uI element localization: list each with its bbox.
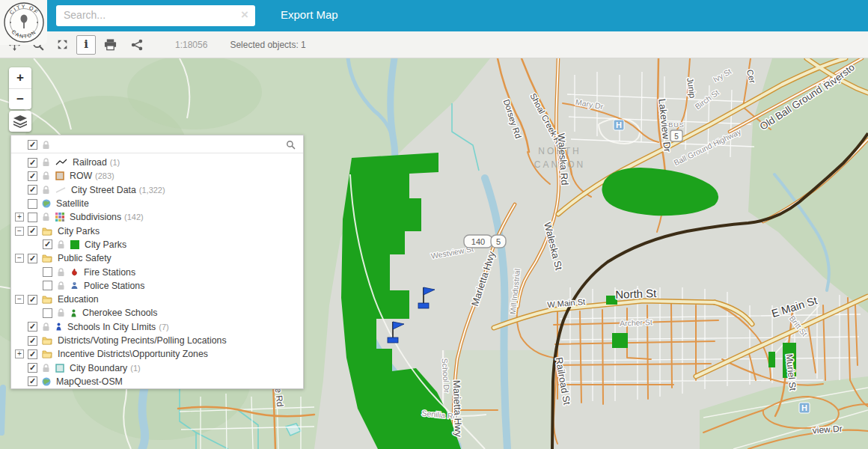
layer-label[interactable]: City Boundary	[70, 363, 127, 373]
layer-checkbox[interactable]: ✓	[28, 171, 37, 181]
lock-icon	[42, 323, 51, 332]
layer-label[interactable]: City Parks	[85, 239, 126, 250]
route-shield-bus: BUS 5	[668, 121, 685, 141]
hospital-marker: H	[614, 120, 624, 130]
print-icon	[104, 39, 117, 51]
layer-label[interactable]: MapQuest-OSM	[56, 376, 123, 387]
layers-icon	[13, 114, 28, 128]
layer-label[interactable]: City Street Data	[71, 185, 136, 195]
layer-checkbox[interactable]: ✓	[28, 254, 37, 263]
park-swatch-icon	[70, 240, 79, 249]
layer-checkbox[interactable]: ✓	[43, 239, 52, 249]
school-icon	[70, 309, 77, 317]
zoom-in-button[interactable]: +	[9, 67, 31, 88]
lock-icon	[57, 281, 66, 290]
layer-row-subdivisions[interactable]: + Subdivisions (142)	[11, 210, 303, 224]
globe-icon	[42, 377, 51, 386]
layer-checkbox[interactable]	[43, 267, 52, 277]
map-label-north-canton: CANTON	[534, 159, 585, 170]
selected-objects-status: Selected objects: 1	[230, 40, 305, 50]
layer-checkbox[interactable]	[43, 281, 52, 290]
layer-search-icon[interactable]	[286, 140, 296, 150]
layer-checkbox[interactable]	[28, 213, 37, 222]
layer-label[interactable]: Railroad	[73, 157, 107, 168]
map-scale: 1:18056	[175, 40, 207, 50]
layer-label[interactable]: Subdivisions	[70, 212, 121, 222]
layer-row-city-street-data[interactable]: ✓ City Street Data (1,322)	[11, 183, 303, 197]
layer-checkbox[interactable]	[28, 199, 37, 209]
layer-row-city-boundary[interactable]: ✓ City Boundary (1)	[11, 361, 303, 374]
share-button[interactable]	[127, 35, 147, 55]
clear-search-icon[interactable]: ×	[241, 7, 248, 22]
layer-label[interactable]: Fire Stations	[84, 267, 135, 278]
layer-label[interactable]: Satellite	[56, 198, 89, 209]
layer-label[interactable]: Police Stations	[84, 281, 144, 291]
hospital-marker: H	[799, 403, 810, 413]
layer-label[interactable]: Education	[58, 294, 99, 305]
lock-icon	[57, 240, 66, 249]
layer-label[interactable]: Incentive Districts\Opportunity Zones	[58, 349, 208, 359]
layer-checkbox[interactable]: ✓	[28, 349, 37, 359]
layer-row-police-stations[interactable]: Police Stations	[11, 279, 303, 293]
row-swatch-icon	[55, 171, 64, 180]
layer-row-schools-in-city-limits[interactable]: ✓ Schools In City LImits (7)	[11, 320, 303, 334]
expander-spacer	[15, 141, 24, 150]
layer-count: (1)	[130, 364, 140, 373]
info-icon: i	[84, 39, 88, 50]
layer-row-row[interactable]: ✓ ROW (283)	[11, 169, 303, 183]
layer-row-fire-stations[interactable]: Fire Stations	[11, 265, 303, 278]
full-extent-button[interactable]	[52, 35, 72, 55]
map-label-archer-st: Archer St	[620, 317, 652, 328]
expander[interactable]: +	[15, 213, 24, 222]
layer-checkbox[interactable]: ✓	[28, 185, 37, 195]
layer-label[interactable]: Public Safety	[58, 253, 111, 263]
folder-icon	[42, 336, 52, 345]
print-button[interactable]	[100, 35, 120, 55]
layer-count: (1,322)	[139, 186, 165, 195]
map-label-north-st: North St	[615, 287, 657, 301]
layer-row-education-folder[interactable]: − ✓ Education	[11, 293, 303, 306]
expander[interactable]: +	[15, 349, 24, 358]
search-input[interactable]	[56, 5, 228, 25]
identify-tool-button[interactable]: i	[76, 35, 96, 55]
layer-checkbox[interactable]: ✓	[28, 376, 37, 386]
export-map-button[interactable]: Export Map	[281, 8, 338, 21]
railroad-line-icon	[55, 159, 67, 166]
layer-row-cherokee-schools[interactable]: Cherokee Schools	[11, 306, 303, 320]
layer-row-districts-voting[interactable]: ✓ Districts/Voting Precints/Polling Loca…	[11, 334, 303, 347]
expander[interactable]: −	[15, 227, 24, 236]
layer-label[interactable]: Districts/Voting Precints/Polling Locati…	[58, 335, 227, 346]
map-label-north-canton: NORTH	[538, 146, 581, 156]
layer-row-incentive-districts[interactable]: + ✓ Incentive Districts\Opportunity Zone…	[11, 347, 303, 361]
layer-label[interactable]: Schools In City LImits	[67, 322, 156, 332]
layer-checkbox[interactable]	[43, 308, 52, 318]
lock-icon	[42, 186, 51, 195]
layers-button[interactable]	[9, 111, 31, 132]
layer-row-railroad[interactable]: ✓ Railroad (1)	[11, 156, 303, 169]
select-all-checkbox[interactable]: ✓	[28, 140, 37, 150]
layer-label[interactable]: City Parks	[58, 226, 100, 236]
city-seal-logo: CITY OF CANTON	[0, 0, 47, 45]
layer-row-satellite[interactable]: Satellite	[11, 197, 303, 210]
layer-row-city-parks-folder[interactable]: − ✓ City Parks	[11, 224, 303, 237]
layer-checkbox[interactable]: ✓	[28, 336, 37, 346]
lock-icon	[42, 141, 51, 150]
layer-row-mapquest-osm[interactable]: ✓ MapQuest-OSM	[11, 375, 303, 388]
layer-checkbox[interactable]: ✓	[28, 322, 37, 332]
expander[interactable]: −	[15, 254, 24, 263]
layer-checkbox[interactable]: ✓	[28, 226, 37, 236]
expander[interactable]: −	[15, 295, 24, 304]
layer-label[interactable]: ROW	[70, 171, 92, 181]
lock-icon	[42, 213, 51, 222]
layer-checkbox[interactable]: ✓	[28, 158, 37, 168]
layer-row-city-parks[interactable]: ✓ City Parks	[11, 238, 303, 251]
full-extent-icon	[57, 39, 68, 50]
layer-row-public-safety-folder[interactable]: − ✓ Public Safety	[11, 251, 303, 265]
zoom-out-button[interactable]: −	[9, 88, 31, 109]
folder-icon	[42, 349, 52, 358]
layer-checkbox[interactable]: ✓	[28, 295, 37, 305]
layer-label[interactable]: Cherokee Schools	[82, 308, 157, 318]
layer-count: (1)	[110, 158, 120, 167]
layer-checkbox[interactable]: ✓	[28, 363, 37, 373]
shield-5-text: 5	[496, 237, 501, 246]
